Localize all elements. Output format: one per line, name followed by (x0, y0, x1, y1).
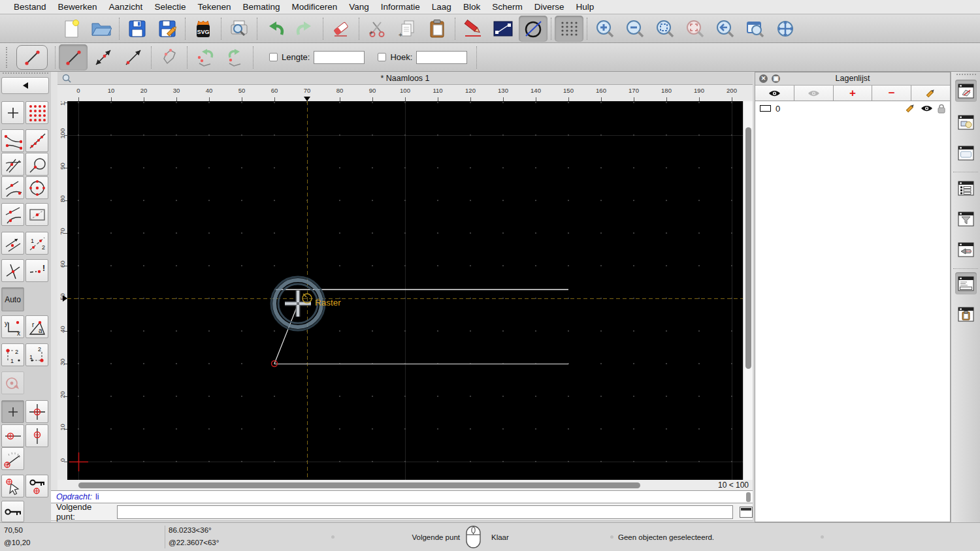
panel-blocks-button[interactable] (955, 111, 977, 133)
open-button[interactable] (87, 16, 116, 42)
auto-snap-button[interactable]: Auto (1, 287, 24, 311)
angle-input[interactable] (416, 51, 467, 64)
snap-grid-button[interactable] (25, 101, 48, 124)
polyline-button[interactable] (155, 44, 184, 71)
dock-window-icon[interactable]: ▣ (772, 74, 780, 83)
save-as-button[interactable] (153, 16, 182, 42)
coord-polar-button[interactable]: ra (25, 315, 48, 338)
target-horizontal-button[interactable] (1, 424, 24, 447)
horizontal-scrollbar[interactable]: 10 < 100 (57, 480, 753, 490)
svg-export-button[interactable]: SVG (189, 16, 218, 42)
menu-item-blok[interactable]: Blok (457, 2, 486, 12)
menu-item-vang[interactable]: Vang (343, 2, 375, 12)
redo-button[interactable] (291, 16, 319, 42)
vertical-scrollbar-thumb[interactable] (745, 127, 751, 369)
panel-filter-button[interactable] (955, 208, 977, 230)
snap-nearest-button[interactable] (1, 176, 24, 199)
target-cursor-button[interactable] (1, 475, 24, 497)
snap-points-on-path-button[interactable] (25, 129, 48, 152)
erase-button[interactable] (327, 16, 355, 42)
panel-clipboard-button[interactable] (955, 303, 977, 325)
drawing-canvas[interactable]: Raster (67, 101, 743, 480)
zoom-in-button[interactable] (591, 16, 619, 42)
coord-xy-button[interactable]: yx (1, 315, 24, 338)
horizontal-ruler[interactable]: 0102030405060708090100110120130140150160… (57, 85, 753, 101)
line-segment-button[interactable] (59, 44, 88, 71)
menu-item-laag[interactable]: Laag (426, 2, 457, 12)
cursor-plus-button[interactable] (1, 400, 24, 423)
add-layer-button[interactable]: + (834, 86, 873, 101)
undo-button[interactable] (261, 16, 289, 42)
target-key-button[interactable] (25, 475, 48, 497)
corner-1-2-button[interactable]: 12 (1, 343, 24, 366)
zoom-previous-button[interactable] (711, 16, 740, 42)
close-icon[interactable]: ✕ (759, 74, 768, 83)
snap-circle-point-button[interactable] (25, 153, 48, 176)
line-arrow-button[interactable] (119, 44, 148, 71)
layer-lock-icon[interactable] (938, 104, 945, 114)
view-magnifier-icon[interactable] (62, 74, 71, 83)
history-scrollbar-thumb[interactable] (746, 492, 751, 502)
snap-curve-ends-button[interactable] (1, 129, 24, 152)
target-crosshair-button[interactable] (25, 400, 48, 423)
menu-item-selectie[interactable]: Selectie (148, 2, 191, 12)
snap-rect-center-button[interactable] (25, 203, 48, 226)
remove-layer-button[interactable]: − (872, 86, 911, 101)
new-document-button[interactable] (57, 16, 86, 42)
snap-cross-button[interactable] (1, 259, 24, 282)
draw-pencil-button[interactable] (459, 16, 487, 42)
angle-checkbox[interactable] (378, 53, 386, 61)
hide-all-layers-button[interactable] (794, 86, 834, 101)
undo-segment-button[interactable] (191, 44, 220, 71)
command-window-button[interactable] (740, 507, 753, 518)
layer-row[interactable]: 0 (755, 101, 950, 116)
zoom-out-button[interactable] (621, 16, 649, 42)
toolbar-drag-handle[interactable] (6, 47, 8, 68)
panel-command-button[interactable] (955, 272, 977, 294)
zoom-extents-button[interactable] (651, 16, 679, 42)
target-dial-button[interactable] (1, 447, 24, 470)
save-button[interactable] (123, 16, 152, 42)
corner-2-1-button[interactable]: 12 (25, 343, 48, 366)
layer-color-swatch[interactable] (760, 105, 771, 112)
show-all-layers-button[interactable] (755, 86, 794, 101)
snap-extension-button[interactable]: ! (25, 259, 48, 282)
menu-item-bestand[interactable]: Bestand (8, 2, 52, 12)
layers-panel-titlebar[interactable]: ✕ ▣ Lagenlijst (755, 72, 950, 86)
menu-item-bewerken[interactable]: Bewerken (52, 2, 103, 12)
snap-tangent-button[interactable] (1, 203, 24, 226)
edit-layer-button[interactable] (911, 86, 950, 101)
length-input[interactable] (314, 51, 365, 64)
command-input[interactable] (117, 505, 734, 519)
strip-drag-handle[interactable] (956, 74, 976, 75)
pan-button[interactable] (771, 16, 800, 42)
snap-divide-button[interactable]: 12 (25, 232, 48, 255)
vertical-ruler[interactable]: 0102030405060708090100110 (57, 101, 67, 480)
menu-item-diverse[interactable]: Diverse (529, 2, 570, 12)
vertical-scrollbar[interactable] (743, 101, 753, 480)
length-checkbox[interactable] (269, 53, 278, 61)
menu-item-scherm[interactable]: Scherm (486, 2, 529, 12)
snap-intersection-curve-button[interactable] (1, 153, 24, 176)
zoom-window-button[interactable] (741, 16, 770, 42)
panel-layers-button[interactable] (955, 80, 977, 102)
current-tool-indicator[interactable] (16, 45, 48, 70)
paste-button[interactable] (423, 16, 451, 42)
palette-drag-handle[interactable] (3, 72, 48, 74)
snap-parallel-button[interactable] (1, 232, 24, 255)
menu-item-modificeren[interactable]: Modificeren (286, 2, 344, 12)
key-lock-button[interactable] (1, 501, 24, 522)
menu-item-informatie[interactable]: Informatie (375, 2, 426, 12)
menu-item-tekenen[interactable]: Tekenen (191, 2, 237, 12)
panel-projection-button[interactable] (955, 238, 977, 260)
copy-button[interactable]: + (393, 16, 421, 42)
layer-visible-eye-icon[interactable] (921, 104, 933, 112)
panel-properties-button[interactable] (955, 142, 977, 164)
snap-center-quadrant-button[interactable] (25, 176, 48, 199)
zoom-selection-button[interactable] (681, 16, 710, 42)
palette-collapse-button[interactable] (1, 77, 49, 94)
horizontal-scrollbar-thumb[interactable] (78, 482, 640, 488)
cut-button[interactable]: + (363, 16, 391, 42)
drawing-window-titlebar[interactable]: * Naamloos 1 (57, 72, 753, 85)
redo-segment-button[interactable] (221, 44, 250, 71)
